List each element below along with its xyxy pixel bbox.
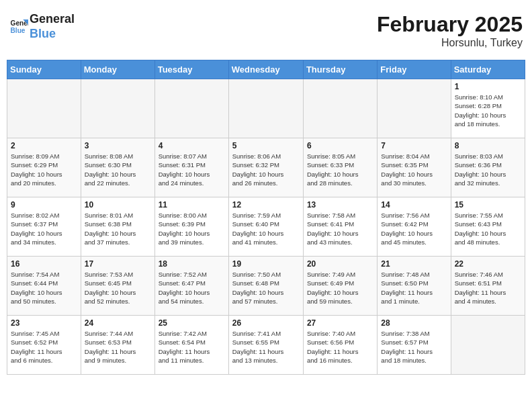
svg-text:Blue: Blue [11, 27, 26, 34]
day-info: Sunrise: 7:55 AM Sunset: 6:43 PM Dayligh… [455, 211, 521, 246]
weekday-header-thursday: Thursday [303, 60, 377, 79]
day-info: Sunrise: 7:50 AM Sunset: 6:48 PM Dayligh… [232, 270, 300, 306]
day-info: Sunrise: 8:01 AM Sunset: 6:38 PM Dayligh… [85, 211, 151, 246]
day-info: Sunrise: 8:05 AM Sunset: 6:33 PM Dayligh… [307, 152, 373, 187]
day-cell: 12Sunrise: 7:59 AM Sunset: 6:40 PM Dayli… [228, 197, 303, 257]
title-area: February 2025 Horsunlu, Turkey [377, 12, 523, 49]
day-cell: 18Sunrise: 7:52 AM Sunset: 6:47 PM Dayli… [154, 257, 228, 316]
day-number: 9 [11, 200, 77, 210]
day-number: 6 [307, 141, 373, 150]
day-cell: 1Sunrise: 8:10 AM Sunset: 6:28 PM Daylig… [451, 79, 525, 138]
day-info: Sunrise: 8:04 AM Sunset: 6:35 PM Dayligh… [381, 152, 447, 187]
day-cell: 5Sunrise: 8:06 AM Sunset: 6:32 PM Daylig… [228, 138, 303, 197]
day-cell: 25Sunrise: 7:42 AM Sunset: 6:54 PM Dayli… [154, 316, 228, 375]
day-number: 22 [455, 259, 521, 269]
day-number: 27 [307, 318, 373, 328]
logo-icon: General Blue [9, 17, 28, 36]
day-number: 23 [11, 318, 77, 328]
day-info: Sunrise: 7:41 AM Sunset: 6:55 PM Dayligh… [232, 329, 300, 365]
day-cell: 19Sunrise: 7:50 AM Sunset: 6:48 PM Dayli… [228, 257, 303, 316]
weekday-header-monday: Monday [81, 60, 154, 79]
day-info: Sunrise: 8:02 AM Sunset: 6:37 PM Dayligh… [11, 211, 77, 246]
weekday-header-saturday: Saturday [451, 60, 525, 79]
day-info: Sunrise: 7:38 AM Sunset: 6:57 PM Dayligh… [381, 329, 447, 365]
day-cell: 6Sunrise: 8:05 AM Sunset: 6:33 PM Daylig… [303, 138, 377, 197]
day-cell [7, 79, 81, 138]
day-info: Sunrise: 7:45 AM Sunset: 6:52 PM Dayligh… [11, 329, 77, 365]
day-number: 20 [307, 259, 373, 269]
day-cell [228, 79, 303, 138]
weekday-header-row: SundayMondayTuesdayWednesdayThursdayFrid… [7, 60, 525, 79]
day-cell: 9Sunrise: 8:02 AM Sunset: 6:37 PM Daylig… [7, 197, 81, 257]
day-cell [81, 79, 154, 138]
day-info: Sunrise: 8:08 AM Sunset: 6:30 PM Dayligh… [85, 152, 151, 187]
day-cell: 14Sunrise: 7:56 AM Sunset: 6:42 PM Dayli… [378, 197, 451, 257]
day-number: 26 [232, 318, 300, 328]
weekday-header-tuesday: Tuesday [154, 60, 228, 79]
day-info: Sunrise: 7:46 AM Sunset: 6:51 PM Dayligh… [455, 270, 521, 306]
day-info: Sunrise: 7:58 AM Sunset: 6:41 PM Dayligh… [307, 211, 373, 246]
day-cell: 27Sunrise: 7:40 AM Sunset: 6:56 PM Dayli… [303, 316, 377, 375]
day-cell: 23Sunrise: 7:45 AM Sunset: 6:52 PM Dayli… [7, 316, 81, 375]
day-cell [303, 79, 377, 138]
day-number: 4 [159, 141, 225, 150]
day-number: 16 [11, 259, 77, 269]
day-number: 7 [381, 141, 447, 150]
day-cell: 16Sunrise: 7:54 AM Sunset: 6:44 PM Dayli… [7, 257, 81, 316]
day-cell [451, 316, 525, 375]
calendar-table: SundayMondayTuesdayWednesdayThursdayFrid… [7, 60, 525, 375]
day-cell: 26Sunrise: 7:41 AM Sunset: 6:55 PM Dayli… [228, 316, 303, 375]
day-cell: 7Sunrise: 8:04 AM Sunset: 6:35 PM Daylig… [378, 138, 451, 197]
day-cell: 20Sunrise: 7:49 AM Sunset: 6:49 PM Dayli… [303, 257, 377, 316]
day-number: 17 [85, 259, 151, 269]
day-cell [154, 79, 228, 138]
day-number: 12 [232, 200, 300, 210]
day-number: 5 [232, 141, 300, 150]
weekday-header-sunday: Sunday [7, 60, 81, 79]
day-info: Sunrise: 8:09 AM Sunset: 6:29 PM Dayligh… [11, 152, 77, 187]
day-info: Sunrise: 7:49 AM Sunset: 6:49 PM Dayligh… [307, 270, 373, 306]
day-number: 21 [381, 259, 447, 269]
day-number: 15 [455, 200, 521, 210]
day-info: Sunrise: 8:03 AM Sunset: 6:36 PM Dayligh… [455, 152, 521, 187]
day-cell: 15Sunrise: 7:55 AM Sunset: 6:43 PM Dayli… [451, 197, 525, 257]
logo-blue: Blue [30, 27, 75, 42]
day-cell: 28Sunrise: 7:38 AM Sunset: 6:57 PM Dayli… [378, 316, 451, 375]
day-cell: 22Sunrise: 7:46 AM Sunset: 6:51 PM Dayli… [451, 257, 525, 316]
day-number: 19 [232, 259, 300, 269]
day-number: 28 [381, 318, 447, 328]
day-cell: 4Sunrise: 8:07 AM Sunset: 6:31 PM Daylig… [154, 138, 228, 197]
day-cell: 21Sunrise: 7:48 AM Sunset: 6:50 PM Dayli… [378, 257, 451, 316]
day-number: 13 [307, 200, 373, 210]
day-info: Sunrise: 7:42 AM Sunset: 6:54 PM Dayligh… [159, 329, 225, 365]
day-number: 24 [85, 318, 151, 328]
weekday-header-wednesday: Wednesday [228, 60, 303, 79]
day-info: Sunrise: 7:54 AM Sunset: 6:44 PM Dayligh… [11, 270, 77, 306]
day-info: Sunrise: 7:40 AM Sunset: 6:56 PM Dayligh… [307, 329, 373, 365]
week-row-0: 1Sunrise: 8:10 AM Sunset: 6:28 PM Daylig… [7, 79, 525, 138]
day-info: Sunrise: 7:48 AM Sunset: 6:50 PM Dayligh… [381, 270, 447, 306]
day-cell: 13Sunrise: 7:58 AM Sunset: 6:41 PM Dayli… [303, 197, 377, 257]
month-title: February 2025 [377, 12, 523, 37]
day-cell: 10Sunrise: 8:01 AM Sunset: 6:38 PM Dayli… [81, 197, 154, 257]
weekday-header-friday: Friday [378, 60, 451, 79]
day-number: 18 [159, 259, 225, 269]
logo-general: General [30, 12, 75, 27]
day-info: Sunrise: 8:10 AM Sunset: 6:28 PM Dayligh… [455, 93, 521, 128]
day-number: 1 [455, 82, 521, 91]
day-info: Sunrise: 7:59 AM Sunset: 6:40 PM Dayligh… [232, 211, 300, 246]
week-row-4: 23Sunrise: 7:45 AM Sunset: 6:52 PM Dayli… [7, 316, 525, 375]
day-number: 2 [11, 141, 77, 150]
day-info: Sunrise: 7:56 AM Sunset: 6:42 PM Dayligh… [381, 211, 447, 246]
day-number: 11 [159, 200, 225, 210]
location: Horsunlu, Turkey [377, 37, 523, 49]
day-cell: 11Sunrise: 8:00 AM Sunset: 6:39 PM Dayli… [154, 197, 228, 257]
week-row-3: 16Sunrise: 7:54 AM Sunset: 6:44 PM Dayli… [7, 257, 525, 316]
day-info: Sunrise: 8:00 AM Sunset: 6:39 PM Dayligh… [159, 211, 225, 246]
day-cell [378, 79, 451, 138]
day-info: Sunrise: 7:52 AM Sunset: 6:47 PM Dayligh… [159, 270, 225, 306]
week-row-2: 9Sunrise: 8:02 AM Sunset: 6:37 PM Daylig… [7, 197, 525, 257]
day-number: 14 [381, 200, 447, 210]
day-info: Sunrise: 8:06 AM Sunset: 6:32 PM Dayligh… [232, 152, 300, 187]
day-info: Sunrise: 8:07 AM Sunset: 6:31 PM Dayligh… [159, 152, 225, 187]
